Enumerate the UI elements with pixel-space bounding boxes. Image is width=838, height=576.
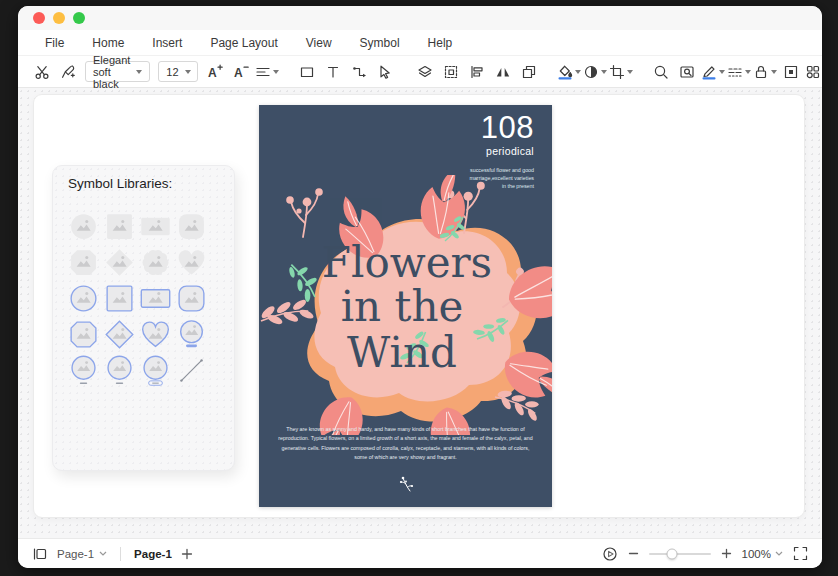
status-bar: Page-1 Page-1 100% — [18, 538, 822, 568]
issue-label: periodical — [470, 145, 534, 157]
chevron-down-icon — [719, 70, 725, 74]
symbol-cell-diamond-blue[interactable] — [101, 316, 137, 352]
font-size-select[interactable]: 12 — [158, 61, 198, 82]
menu-bar: FileHomeInsertPage LayoutViewSymbolHelp — [18, 30, 822, 55]
poster-title-line2: in the — [341, 282, 464, 331]
chevron-down-icon — [99, 551, 107, 556]
menu-item-file[interactable]: File — [45, 36, 78, 50]
symbol-panel-title: Symbol Libraries: — [68, 176, 172, 191]
components-button[interactable] — [805, 60, 822, 84]
issue-number: 108 — [470, 112, 534, 145]
poster-title-line1: Flowers — [322, 238, 492, 287]
lock-button[interactable] — [753, 60, 777, 84]
increase-font-size-icon[interactable]: A — [203, 60, 227, 84]
presentation-icon[interactable] — [602, 546, 618, 562]
font-family-select[interactable]: Elegant soft black — [85, 61, 150, 82]
maximize-button[interactable] — [73, 12, 85, 24]
symbol-cell-scallop-gray[interactable] — [137, 244, 173, 280]
poster-floral-art: Flowers in the Wind — [259, 175, 552, 435]
shape-rectangle-icon[interactable] — [295, 60, 319, 84]
symbol-grid — [65, 208, 209, 388]
symbol-cell-heart-blue[interactable] — [137, 316, 173, 352]
toolbar: Elegant soft black 12 A A — [18, 55, 822, 88]
line-style-button[interactable] — [727, 60, 751, 84]
chevron-down-icon — [575, 70, 581, 74]
shadow-button[interactable] — [583, 60, 607, 84]
zoom-slider[interactable] — [649, 553, 711, 555]
text-align-button[interactable] — [255, 60, 279, 84]
symbol-cell-rounded-blue[interactable] — [173, 280, 209, 316]
pages-panel-icon[interactable] — [32, 546, 48, 562]
zoom-in-button[interactable] — [721, 548, 732, 559]
symbol-cell-diamond-gray[interactable] — [101, 244, 137, 280]
close-button[interactable] — [33, 12, 45, 24]
poster-title-line3: Wind — [347, 328, 457, 377]
symbol-cell-circle-caption-blue[interactable] — [65, 352, 101, 388]
chevron-down-icon — [775, 551, 783, 556]
symbol-cell-line-blue[interactable] — [173, 352, 209, 388]
chevron-down-icon — [185, 70, 191, 74]
minimize-button[interactable] — [53, 12, 65, 24]
symbol-libraries-panel: Symbol Libraries: — [52, 165, 235, 471]
page-dropdown[interactable]: Page-1 — [57, 548, 107, 560]
chevron-down-icon — [273, 70, 279, 74]
flip-icon[interactable] — [491, 60, 515, 84]
menu-item-symbol[interactable]: Symbol — [346, 36, 414, 50]
pointer-icon[interactable] — [373, 60, 397, 84]
fill-color-button[interactable] — [557, 60, 581, 84]
menu-item-home[interactable]: Home — [78, 36, 138, 50]
symbol-cell-rect-gray[interactable] — [137, 208, 173, 244]
app-window: FileHomeInsertPage LayoutViewSymbolHelp … — [18, 6, 822, 568]
symbol-cell-square-blue[interactable] — [101, 280, 137, 316]
menu-item-help[interactable]: Help — [414, 36, 467, 50]
symbol-cell-circle-blue[interactable] — [65, 280, 101, 316]
menu-item-insert[interactable]: Insert — [138, 36, 196, 50]
text-tool-icon[interactable] — [321, 60, 345, 84]
cut-icon[interactable] — [30, 60, 54, 84]
chevron-down-icon — [771, 70, 777, 74]
order-icon[interactable] — [517, 60, 541, 84]
page-tab-active[interactable]: Page-1 — [134, 548, 172, 560]
add-page-button[interactable] — [181, 548, 193, 560]
poster-description: They are known as sunny and hardy, and h… — [277, 425, 534, 463]
symbol-cell-circle-gray[interactable] — [65, 208, 101, 244]
group-icon[interactable] — [439, 60, 463, 84]
symbol-cell-circle-stand-blue[interactable] — [173, 316, 209, 352]
layers-icon[interactable] — [413, 60, 437, 84]
decrease-font-size-icon[interactable]: A — [229, 60, 253, 84]
titlebar — [18, 6, 822, 30]
zoom-level[interactable]: 100% — [742, 548, 783, 560]
align-objects-icon[interactable] — [465, 60, 489, 84]
font-size-value: 12 — [166, 66, 178, 78]
poster-canvas[interactable]: 108 periodical successful flower and goo… — [259, 105, 552, 507]
symbol-cell-octagon-gray[interactable] — [65, 244, 101, 280]
chevron-down-icon — [601, 70, 607, 74]
menu-item-view[interactable]: View — [292, 36, 346, 50]
symbol-cell-square-gray[interactable] — [101, 208, 137, 244]
font-family-value: Elegant soft black — [93, 54, 130, 90]
chevron-down-icon — [745, 70, 751, 74]
menu-item-page-layout[interactable]: Page Layout — [196, 36, 291, 50]
connector-icon[interactable] — [347, 60, 371, 84]
svg-text:A: A — [234, 65, 243, 79]
symbol-cell-rect-blue[interactable] — [137, 280, 173, 316]
chevron-down-icon — [627, 70, 633, 74]
symbol-cell-octagon-blue[interactable] — [65, 316, 101, 352]
format-painter-icon[interactable] — [56, 60, 80, 84]
zoom-search-icon[interactable] — [649, 60, 673, 84]
line-color-button[interactable] — [701, 60, 725, 84]
zoom-slider-knob[interactable] — [667, 548, 678, 559]
chevron-down-icon — [136, 70, 142, 74]
symbol-cell-rounded-gray[interactable] — [173, 208, 209, 244]
frame-icon[interactable] — [779, 60, 803, 84]
zoom-out-button[interactable] — [628, 548, 639, 559]
find-image-icon[interactable] — [675, 60, 699, 84]
sprig-icon — [398, 475, 414, 493]
crop-button[interactable] — [609, 60, 633, 84]
canvas-workspace[interactable]: Symbol Libraries: 108 periodical success… — [18, 88, 822, 538]
fullscreen-icon[interactable] — [793, 546, 808, 561]
symbol-cell-circle-caption-oval-blue[interactable] — [137, 352, 173, 388]
symbol-cell-circle-caption-blue[interactable] — [101, 352, 137, 388]
svg-text:A: A — [208, 65, 217, 79]
symbol-cell-heart-gray[interactable] — [173, 244, 209, 280]
